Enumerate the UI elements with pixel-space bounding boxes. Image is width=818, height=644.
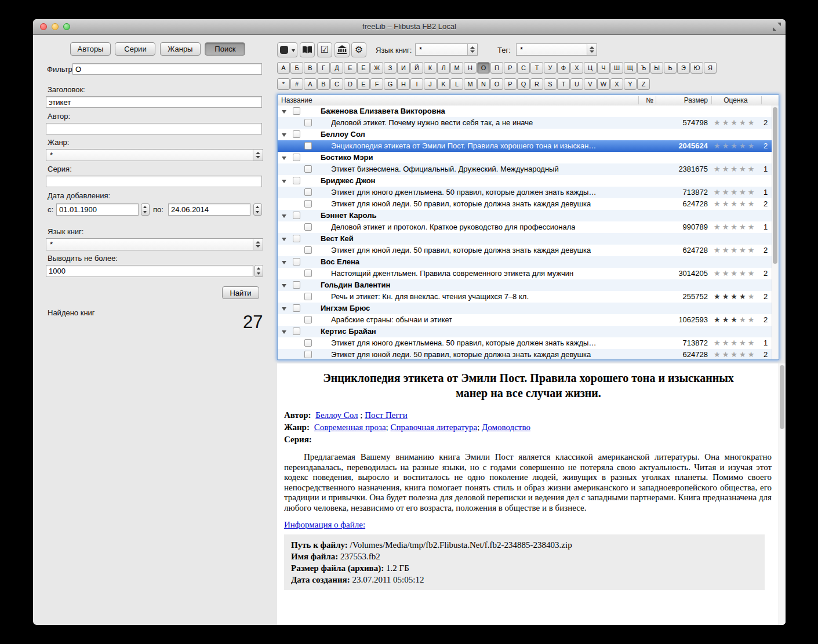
toolbar-tag-select[interactable]: * [516,43,597,56]
disclosure-triangle-icon[interactable] [282,180,286,183]
alphabet-button-#[interactable]: # [290,78,303,90]
alphabet-button-В[interactable]: В [304,62,317,74]
alphabet-button-E[interactable]: E [357,78,370,90]
toolbar-language-select[interactable]: * [415,43,478,56]
detail-scrollbar[interactable] [779,363,786,625]
author-input[interactable] [46,123,262,134]
book-row[interactable]: Энциклопедия этикета от Эмили Пост. Прав… [278,140,779,152]
alphabet-button-*[interactable]: * [277,78,290,90]
alphabet-button-Y[interactable]: Y [624,78,637,90]
author-row[interactable]: Вест Кей [278,233,779,245]
author-row[interactable]: Баженова Елизавета Викторовна [278,105,779,117]
alphabet-button-Г[interactable]: Г [317,62,330,74]
alphabet-button-O[interactable]: O [490,78,503,90]
disclosure-triangle-icon[interactable] [282,133,286,137]
disclosure-triangle-icon[interactable] [282,157,286,160]
genre-select[interactable]: * [46,149,263,161]
table-scrollbar[interactable] [772,105,779,359]
alphabet-button-Ы[interactable]: Ы [650,62,663,74]
author-checkbox[interactable] [293,304,300,312]
series-input[interactable] [46,176,262,187]
title-input[interactable] [46,96,262,108]
alphabet-button-Л[interactable]: Л [437,62,450,74]
alphabet-button-V[interactable]: V [584,78,597,90]
alphabet-button-C[interactable]: C [330,78,343,90]
author-link[interactable]: Беллоу Сол [315,410,358,420]
alphabet-button-P[interactable]: P [504,78,517,90]
alphabet-button-F[interactable]: F [370,78,383,90]
book-row[interactable]: Деловой этикет. Почему нужно вести себя … [278,117,779,129]
alphabet-button-W[interactable]: W [597,78,610,90]
alphabet-button-Н[interactable]: Н [464,62,477,74]
tab-series[interactable]: Серии [115,42,155,56]
author-checkbox[interactable] [293,328,300,335]
author-checkbox[interactable] [293,130,300,138]
author-row[interactable]: Ингхэм Брюс [278,303,779,314]
book-checkbox[interactable] [304,293,312,300]
alphabet-button-T[interactable]: T [557,78,570,90]
book-checkbox[interactable] [304,142,312,150]
genre-link[interactable]: Домоводство [482,423,530,432]
date-to-stepper[interactable] [253,203,262,216]
alphabet-button-M[interactable]: M [464,78,477,90]
alphabet-button-G[interactable]: G [384,78,397,90]
limit-input[interactable] [46,265,253,277]
book-checkbox[interactable] [304,200,312,208]
author-row[interactable]: Беллоу Сол [278,129,779,140]
tab-search[interactable]: Поиск [205,42,245,56]
alphabet-button-X[interactable]: X [610,78,623,90]
author-row[interactable]: Гольдин Валентин [278,279,779,291]
disclosure-triangle-icon[interactable] [282,238,286,241]
alphabet-button-Ж[interactable]: Ж [370,62,383,74]
alphabet-button-Ф[interactable]: Ф [557,62,570,74]
filter-input[interactable] [72,63,262,75]
book-checkbox[interactable] [304,246,312,254]
alphabet-button-Х[interactable]: Х [570,62,583,74]
zoom-window-button[interactable] [63,23,70,30]
alphabet-button-М[interactable]: М [450,62,463,74]
alphabet-button-Д[interactable]: Д [330,62,343,74]
alphabet-button-R[interactable]: R [530,78,543,90]
genre-link[interactable]: Современная проза [314,423,386,432]
author-row[interactable]: Кертис Брайан [278,326,779,337]
alphabet-button-С[interactable]: С [517,62,530,74]
book-checkbox[interactable] [304,339,312,347]
author-checkbox[interactable] [293,107,300,115]
alphabet-button-О[interactable]: О [477,62,490,74]
genre-link[interactable]: Справочная литература [391,423,478,432]
view-mode-dropdown[interactable] [290,42,297,57]
open-book-button[interactable] [300,42,315,57]
alphabet-button-К[interactable]: К [424,62,437,74]
window-titlebar[interactable]: freeLib – Flibusta FB2 Local [33,19,786,35]
alphabet-button-Ч[interactable]: Ч [597,62,610,74]
alphabet-button-Q[interactable]: Q [517,78,530,90]
author-checkbox[interactable] [293,212,300,219]
alphabet-button-Т[interactable]: Т [530,62,543,74]
check-selection-button[interactable]: ☑ [317,42,332,57]
detail-scrollbar-thumb[interactable] [780,365,784,429]
alphabet-button-А[interactable]: А [277,62,290,74]
book-row[interactable]: Этикет для юной леди. 50 правил, которые… [278,349,779,360]
alphabet-button-Щ[interactable]: Щ [624,62,637,74]
find-button[interactable]: Найти [222,286,259,299]
library-button[interactable] [335,42,350,57]
disclosure-triangle-icon[interactable] [282,330,286,334]
disclosure-triangle-icon[interactable] [282,214,286,218]
limit-stepper[interactable] [255,265,263,277]
alphabet-button-H[interactable]: H [397,78,410,90]
date-from-stepper[interactable] [141,203,150,216]
alphabet-button-Э[interactable]: Э [677,62,690,74]
disclosure-triangle-icon[interactable] [282,307,286,311]
view-mode-button[interactable] [277,42,291,57]
book-row[interactable]: Деловой этикет и протокол. Краткое руков… [278,221,779,233]
alphabet-button-N[interactable]: N [477,78,490,90]
book-checkbox[interactable] [304,316,312,323]
file-info-link[interactable]: Информация о файле: [284,520,365,530]
author-row[interactable]: Бриджес Джон [278,175,779,187]
tab-authors[interactable]: Авторы [70,42,111,56]
alphabet-button-Ю[interactable]: Ю [690,62,703,74]
date-from-input[interactable] [56,203,139,216]
alphabet-button-Р[interactable]: Р [504,62,517,74]
alphabet-button-Ц[interactable]: Ц [584,62,597,74]
author-row[interactable]: Бостико Мэри [278,152,779,163]
